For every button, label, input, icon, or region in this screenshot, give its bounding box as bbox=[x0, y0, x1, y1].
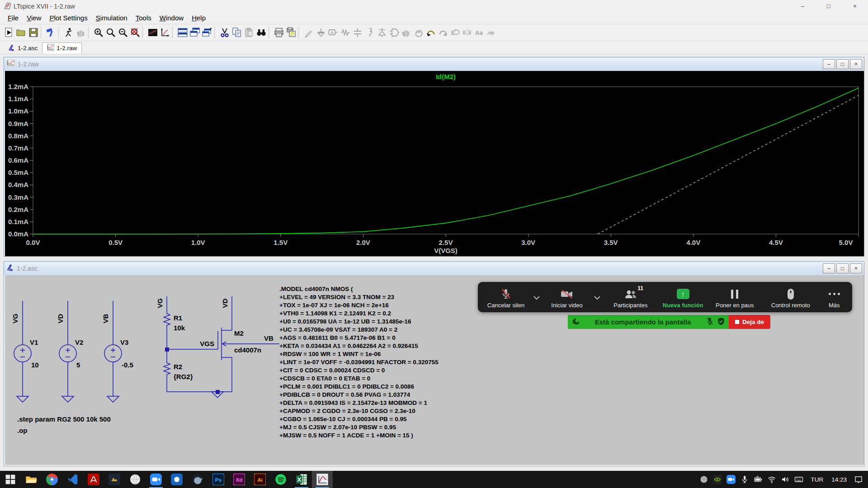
redo-icon[interactable] bbox=[437, 26, 449, 39]
globe-icon[interactable] bbox=[697, 471, 711, 488]
asc-maximize-button[interactable]: □ bbox=[836, 263, 849, 273]
label-net-icon[interactable]: A bbox=[327, 26, 339, 39]
stop-share-button[interactable]: Deja de bbox=[729, 315, 770, 329]
taskbar-app-file-explorer[interactable] bbox=[21, 471, 42, 488]
taskbar-app-vscode[interactable] bbox=[62, 471, 83, 488]
zoom-full-icon[interactable] bbox=[129, 26, 141, 39]
taskbar-app-photoshop[interactable]: Ps bbox=[208, 471, 229, 488]
control-panel-icon[interactable] bbox=[45, 26, 57, 39]
wire-icon[interactable] bbox=[302, 26, 315, 39]
tab-1-2.raw[interactable]: 1-2.raw bbox=[42, 42, 82, 54]
r2-name[interactable]: R2 bbox=[174, 363, 182, 371]
undo-icon[interactable] bbox=[425, 26, 437, 39]
mirror-icon[interactable]: EE bbox=[461, 26, 473, 39]
clock[interactable]: 14:23 bbox=[828, 476, 850, 483]
participants-button[interactable]: 11 Participantes bbox=[604, 284, 658, 311]
move-icon[interactable] bbox=[400, 26, 412, 39]
v1-value[interactable]: 10 bbox=[31, 361, 39, 369]
tab-1-2.asc[interactable]: 1-2.asc bbox=[4, 42, 42, 54]
menu-plot-settings[interactable]: Plot Settings bbox=[45, 13, 91, 23]
open-icon[interactable] bbox=[15, 26, 27, 39]
asc-close-button[interactable]: × bbox=[850, 263, 862, 273]
volume-icon[interactable] bbox=[778, 471, 792, 488]
plot-window-titlebar[interactable]: 1-2.raw – □ × bbox=[4, 57, 864, 71]
notification-center-icon[interactable] bbox=[852, 471, 865, 488]
inductor-icon[interactable] bbox=[363, 26, 376, 39]
find-icon[interactable] bbox=[255, 26, 267, 39]
component-icon[interactable] bbox=[388, 26, 400, 39]
text-icon[interactable]: Aa bbox=[473, 26, 486, 39]
trace-title[interactable]: Id(M2) bbox=[436, 73, 456, 80]
app-minimize-button[interactable]: – bbox=[789, 0, 816, 12]
net-label-vg-2[interactable]: VG bbox=[156, 298, 164, 308]
plot-maximize-button[interactable]: □ bbox=[836, 59, 849, 69]
copy-icon[interactable] bbox=[231, 26, 243, 39]
remote-control-button[interactable]: Control remoto bbox=[761, 284, 820, 311]
spice-directive-icon[interactable]: .op bbox=[486, 26, 498, 39]
diode-icon[interactable] bbox=[376, 26, 388, 39]
zoom-tray-icon[interactable] bbox=[724, 471, 738, 488]
resistor-icon[interactable] bbox=[339, 26, 351, 39]
menu-view[interactable]: View bbox=[23, 13, 45, 23]
waveform-plot-area[interactable]: 0.0mA0.1mA0.2mA0.3mA0.4mA0.5mA0.6mA0.7mA… bbox=[5, 71, 864, 256]
cascade-icon[interactable] bbox=[189, 26, 201, 39]
taskbar-app-zoom[interactable] bbox=[146, 471, 166, 488]
taskbar-app-acrobat[interactable] bbox=[83, 471, 104, 488]
zoom-box-icon[interactable] bbox=[104, 26, 117, 39]
capacitor-icon[interactable] bbox=[351, 26, 363, 39]
taskbar-app-xd[interactable]: Xd bbox=[229, 471, 250, 488]
taskbar-app-blue-app[interactable] bbox=[166, 471, 187, 488]
r1-name[interactable]: R1 bbox=[174, 314, 182, 322]
taskbar-app-excel[interactable]: X bbox=[291, 471, 312, 488]
mosfet-name[interactable]: M2 bbox=[234, 329, 244, 337]
taskbar-app-sphere-app[interactable] bbox=[125, 471, 146, 488]
op-directive[interactable]: .op bbox=[17, 427, 28, 434]
cut-icon[interactable] bbox=[218, 26, 231, 39]
zoom-out-icon[interactable] bbox=[117, 26, 129, 39]
net-label-vd-2[interactable]: VD bbox=[221, 298, 229, 308]
r2-value[interactable]: {RG2} bbox=[174, 373, 193, 380]
plot-minimize-button[interactable]: – bbox=[823, 59, 835, 69]
net-label-vd[interactable]: VD bbox=[57, 314, 64, 323]
taskbar-app-spotify[interactable] bbox=[270, 471, 291, 488]
video-options-chevron[interactable] bbox=[590, 284, 604, 311]
cascade-new-icon[interactable] bbox=[201, 26, 213, 39]
zoom-in-icon[interactable] bbox=[92, 26, 104, 39]
wifi-icon[interactable] bbox=[765, 471, 778, 488]
menu-window[interactable]: Window bbox=[156, 13, 188, 23]
nvidia-icon[interactable] bbox=[711, 471, 724, 488]
autorange-icon[interactable] bbox=[159, 26, 171, 39]
net-label-vb-2[interactable]: VB bbox=[264, 334, 274, 342]
banner-mic-muted-icon[interactable] bbox=[706, 317, 713, 327]
taskbar-app-navy-app[interactable] bbox=[187, 471, 208, 488]
app-close-button[interactable]: × bbox=[842, 0, 868, 12]
print-icon[interactable] bbox=[273, 26, 285, 39]
halt-icon[interactable] bbox=[62, 26, 75, 39]
more-button[interactable]: Más bbox=[820, 284, 849, 311]
app-maximize-button[interactable]: □ bbox=[816, 0, 842, 12]
v1-name[interactable]: V1 bbox=[30, 338, 38, 346]
paste-icon[interactable] bbox=[243, 26, 255, 39]
keyboard-icon[interactable] bbox=[792, 471, 806, 488]
language-indicator[interactable]: TUR bbox=[807, 476, 826, 483]
v3-value[interactable]: -0.5 bbox=[122, 361, 133, 369]
menu-help[interactable]: Help bbox=[188, 13, 210, 23]
asc-minimize-button[interactable]: – bbox=[823, 263, 835, 273]
pan-icon[interactable] bbox=[75, 26, 87, 39]
taskbar-app-chrome[interactable] bbox=[42, 471, 62, 488]
net-label-vb[interactable]: VB bbox=[102, 314, 109, 323]
save-icon[interactable] bbox=[27, 26, 39, 39]
net-label-vg[interactable]: VG bbox=[11, 314, 19, 324]
menu-tools[interactable]: Tools bbox=[132, 13, 156, 23]
unmute-button[interactable]: Cancelar silen bbox=[481, 284, 530, 311]
print-preview-icon[interactable] bbox=[285, 26, 297, 39]
ground-icon[interactable] bbox=[315, 26, 327, 39]
step-directive[interactable]: .step param RG2 500 10k 500 bbox=[17, 415, 111, 423]
taskbar-app-media-app[interactable] bbox=[104, 471, 125, 488]
v3-name[interactable]: V3 bbox=[120, 338, 128, 346]
audio-options-chevron[interactable] bbox=[530, 284, 543, 311]
schematic-window-titlebar[interactable]: 1-2.asc – □ × bbox=[4, 262, 864, 275]
plot-close-button[interactable]: × bbox=[850, 59, 862, 69]
rotate-icon[interactable]: E bbox=[449, 26, 461, 39]
mosfet-model[interactable]: cd4007n bbox=[234, 346, 261, 354]
